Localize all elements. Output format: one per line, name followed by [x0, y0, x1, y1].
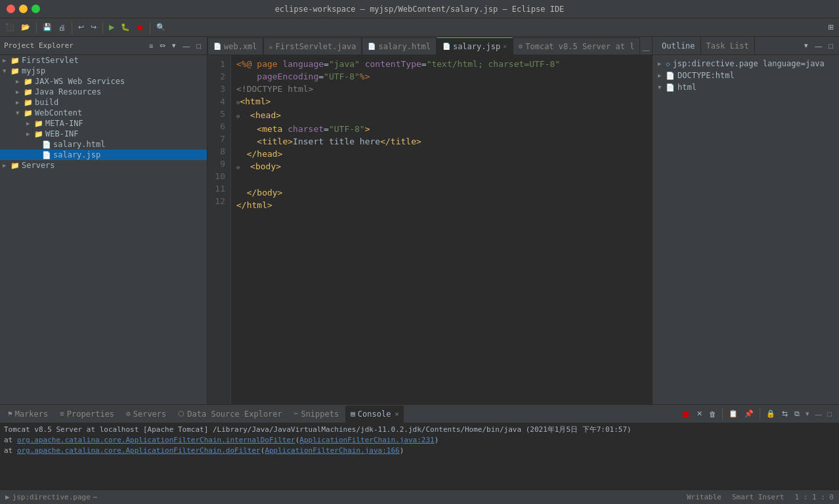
myjsp-label: myjsp [22, 66, 45, 75]
toolbar-separator-3 [102, 22, 103, 33]
toolbar-save-button[interactable]: 💾 [40, 22, 54, 33]
console-line-header: Tomcat v8.5 Server at localhost [Apache … [4, 425, 835, 435]
tab-web-xml[interactable]: 📄 web.xml [207, 37, 263, 54]
tree-item-servers[interactable]: ▶ 📁 Servers [0, 160, 207, 171]
outline-tab[interactable]: Outline [656, 37, 701, 55]
console-stop-button[interactable]: ⏹ [678, 408, 693, 421]
tree-item-firstservlet[interactable]: ▶ 📁 FirstServlet [0, 55, 207, 66]
toolbar-run-button[interactable]: ▶ [106, 22, 117, 33]
toolbar-open-button[interactable]: 📂 [18, 22, 33, 33]
toolbar-search-button[interactable]: 🔍 [154, 22, 168, 33]
html-label: html [678, 83, 697, 92]
tab-tomcat[interactable]: ⚙ Tomcat v8.5 Server at l [513, 37, 640, 54]
minimize-panel-button[interactable]: — [181, 41, 192, 51]
snippets-icon: ✂ [294, 410, 299, 418]
statusbar: ▶ jsp:directive.page ⋯ Writable Smart In… [0, 490, 839, 504]
task-list-tab[interactable]: Task List [701, 37, 755, 55]
servers-arrow: ▶ [3, 162, 11, 169]
code-editor[interactable]: 1 2 3 4 5 6 7 8 9 10 11 12 <%@ page lang… [207, 55, 652, 404]
toolbar-new-button[interactable]: ⬛ [3, 22, 17, 33]
line-numbers: 1 2 3 4 5 6 7 8 9 10 11 12 [207, 55, 231, 404]
collapse-all-button[interactable]: ≡ [147, 41, 155, 51]
myjsp-icon: 📁 [11, 67, 20, 75]
console-remove-button[interactable]: ✕ [694, 408, 705, 419]
console-line-2: at org.apache.catalina.core.ApplicationF… [4, 446, 835, 456]
datasource-label: Data Source Explorer [187, 410, 282, 419]
directive-label: jsp:directive.page language=java [673, 59, 825, 68]
properties-tab[interactable]: ≡ Properties [54, 406, 119, 423]
tab-firstservlet-label: FirstServlet.java [276, 42, 356, 51]
main-area: Project Explorer ≡ ⇔ ▾ — □ ▶ 📁 FirstServ… [0, 37, 839, 490]
datasource-tab[interactable]: ⬡ Data Source Explorer [173, 406, 288, 423]
console-link-1[interactable]: org.apache.catalina.core.ApplicationFilt… [17, 436, 295, 444]
status-context-label: jsp:directive.page [12, 493, 91, 501]
toolbar-stop-button[interactable]: ⏹ [134, 22, 146, 33]
console-link-2b[interactable]: ApplicationFilterChain.java:166 [265, 446, 399, 455]
markers-label: Markers [15, 410, 49, 419]
content-area: Project Explorer ≡ ⇔ ▾ — □ ▶ 📁 FirstServ… [0, 37, 839, 404]
outline-item-doctype[interactable]: ▶ 📄 DOCTYPE:html [653, 70, 839, 81]
right-panel-maximize-button[interactable]: □ [827, 41, 835, 51]
project-explorer-menu-button[interactable]: ▾ [170, 41, 178, 51]
toolbar-perspective-button[interactable]: ⊞ [825, 22, 836, 33]
servers-tab[interactable]: ⚙ Servers [121, 406, 171, 423]
java-resources-icon: 📁 [24, 88, 33, 96]
right-panel-minimize-button[interactable]: — [813, 41, 824, 51]
console-word-wrap-button[interactable]: ⇆ [779, 408, 790, 419]
tree-item-meta-inf[interactable]: ▶ 📁 META-INF [0, 118, 207, 129]
right-panel: Outline Task List ▾ — □ ▶ ◇ jsp:directiv… [652, 37, 839, 404]
markers-tab[interactable]: ⚑ Markers [3, 406, 53, 423]
tree-item-build[interactable]: ▶ 📁 build [0, 97, 207, 108]
tree-item-java-resources[interactable]: ▶ 📁 Java Resources [0, 87, 207, 97]
snippets-tab[interactable]: ✂ Snippets [289, 406, 344, 423]
status-more-button[interactable]: ⋯ [93, 493, 98, 501]
snippets-label: Snippets [301, 410, 339, 419]
outline-item-html[interactable]: ▼ 📄 html [653, 81, 839, 93]
tab-salary-jsp-close[interactable]: ✕ [503, 43, 507, 50]
line-num-10: 10 [210, 170, 225, 182]
doctype-arrow: ▶ [658, 72, 666, 79]
toolbar-print-button[interactable]: 🖨 [56, 22, 68, 33]
console-close[interactable]: ✕ [395, 410, 398, 417]
console-clear-button[interactable]: 🗑 [706, 409, 719, 419]
console-link-1b[interactable]: ApplicationFilterChain.java:231 [299, 436, 434, 444]
console-link-2[interactable]: org.apache.catalina.core.ApplicationFilt… [17, 446, 261, 455]
console-tab[interactable]: ▤ Console ✕ [345, 406, 404, 423]
link-with-editor-button[interactable]: ⇔ [158, 41, 167, 51]
tab-salary-html[interactable]: 📄 salary.html [362, 37, 436, 54]
salary-html-label: salary.html [53, 140, 105, 149]
maximize-panel-button[interactable]: □ [194, 41, 203, 51]
tree-item-web-inf[interactable]: ▶ 📁 WEB-INF [0, 129, 207, 139]
bottom-panel-minimize-button[interactable]: — [813, 410, 824, 419]
toolbar-undo-button[interactable]: ↩ [75, 22, 87, 33]
outline-item-directive[interactable]: ▶ ◇ jsp:directive.page language=java [653, 58, 839, 70]
editor-minimize-button[interactable]: — [640, 45, 651, 54]
tab-salary-jsp[interactable]: 📄 salary.jsp ✕ [437, 37, 513, 54]
console-new-window-button[interactable]: ⧉ [792, 408, 802, 419]
line-num-12: 12 [210, 195, 225, 207]
bottom-panel-maximize-button[interactable]: □ [825, 410, 834, 419]
console-content: Tomcat v8.5 Server at localhost [Apache … [0, 423, 839, 490]
minimize-button[interactable] [19, 5, 28, 13]
console-copy-button[interactable]: 📋 [726, 408, 741, 419]
toolbar-separator-2 [72, 22, 72, 33]
bottom-panel-menu-button[interactable]: ▾ [804, 409, 811, 419]
tree-item-webcontent[interactable]: ▼ 📁 WebContent [0, 108, 207, 118]
toolbar-redo-button[interactable]: ↪ [88, 22, 99, 33]
console-paste-button[interactable]: 📌 [742, 408, 756, 419]
code-content[interactable]: <%@ page language="java" contentType="te… [231, 55, 652, 404]
jaxws-label: JAX-WS Web Services [35, 77, 125, 86]
toolbar-debug-button[interactable]: 🐛 [118, 22, 133, 33]
tab-firstservlet[interactable]: ☕ FirstServlet.java [263, 37, 362, 54]
right-panel-menu-button[interactable]: ▾ [802, 41, 810, 51]
build-icon: 📁 [24, 98, 33, 107]
tree-item-salary-html[interactable]: 📄 salary.html [0, 139, 207, 150]
tree-item-salary-jsp[interactable]: 📄 salary.jsp [0, 150, 207, 160]
close-button[interactable] [7, 5, 15, 13]
tree-item-myjsp[interactable]: ▼ 📁 myjsp [0, 66, 207, 76]
properties-label: Properties [67, 410, 114, 419]
maximize-button[interactable] [32, 5, 40, 13]
console-scroll-lock-button[interactable]: 🔒 [764, 408, 778, 419]
tree-item-jaxws[interactable]: ▶ 📁 JAX-WS Web Services [0, 76, 207, 87]
statusbar-left: ▶ jsp:directive.page ⋯ [5, 493, 681, 501]
